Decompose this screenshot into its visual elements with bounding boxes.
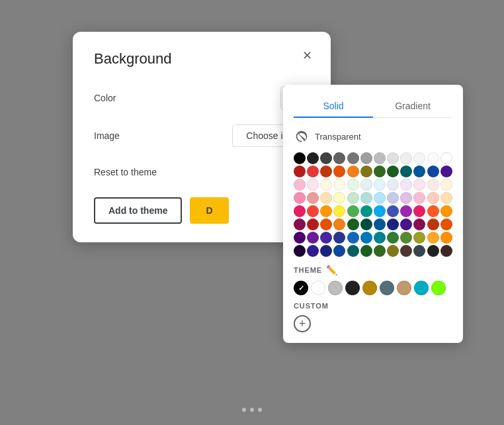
color-dot[interactable] [441, 179, 452, 191]
color-dot[interactable] [427, 205, 439, 217]
color-dot[interactable] [413, 192, 425, 204]
color-dot[interactable] [294, 192, 306, 204]
color-dot[interactable] [427, 192, 439, 204]
color-dot[interactable] [387, 245, 399, 257]
color-dot[interactable] [387, 165, 399, 177]
edit-icon[interactable]: ✏️ [326, 265, 338, 275]
color-dot[interactable] [400, 192, 412, 204]
color-dot[interactable] [427, 245, 439, 257]
color-dot[interactable] [400, 232, 412, 244]
color-dot[interactable] [387, 152, 399, 164]
color-dot[interactable] [400, 205, 412, 217]
color-dot[interactable] [320, 218, 332, 230]
color-dot[interactable] [400, 218, 412, 230]
color-dot[interactable] [294, 165, 306, 177]
color-dot[interactable] [320, 179, 332, 191]
color-dot[interactable] [320, 232, 332, 244]
color-dot[interactable] [333, 232, 345, 244]
color-dot[interactable] [413, 232, 425, 244]
color-dot[interactable] [427, 232, 439, 244]
color-dot[interactable] [347, 165, 359, 177]
color-dot[interactable] [387, 179, 399, 191]
color-dot[interactable] [360, 152, 372, 164]
color-dot[interactable] [307, 152, 319, 164]
color-dot[interactable] [374, 232, 386, 244]
color-dot[interactable] [360, 245, 372, 257]
theme-color-dot[interactable] [431, 281, 446, 295]
color-dot[interactable] [307, 205, 319, 217]
color-dot[interactable] [360, 192, 372, 204]
color-dot[interactable] [347, 152, 359, 164]
theme-color-dot[interactable] [294, 281, 308, 295]
color-dot[interactable] [441, 192, 452, 204]
color-dot[interactable] [320, 152, 332, 164]
close-button[interactable]: ✕ [296, 45, 317, 66]
color-dot[interactable] [320, 165, 332, 177]
color-dot[interactable] [307, 245, 319, 257]
color-dot[interactable] [400, 179, 412, 191]
color-dot[interactable] [347, 179, 359, 191]
color-dot[interactable] [347, 218, 359, 230]
color-dot[interactable] [294, 232, 306, 244]
color-dot[interactable] [320, 205, 332, 217]
color-dot[interactable] [441, 165, 452, 177]
color-dot[interactable] [333, 152, 345, 164]
color-dot[interactable] [360, 205, 372, 217]
theme-color-dot[interactable] [328, 281, 343, 295]
color-dot[interactable] [347, 232, 359, 244]
color-dot[interactable] [333, 179, 345, 191]
color-dot[interactable] [333, 218, 345, 230]
color-dot[interactable] [427, 218, 439, 230]
color-dot[interactable] [307, 165, 319, 177]
color-dot[interactable] [387, 205, 399, 217]
color-dot[interactable] [333, 165, 345, 177]
color-dot[interactable] [413, 205, 425, 217]
color-dot[interactable] [374, 179, 386, 191]
color-dot[interactable] [374, 205, 386, 217]
color-dot[interactable] [333, 205, 345, 217]
tab-gradient[interactable]: Gradient [373, 95, 452, 118]
color-dot[interactable] [441, 205, 452, 217]
color-dot[interactable] [294, 205, 306, 217]
color-dot[interactable] [427, 152, 439, 164]
color-dot[interactable] [413, 218, 425, 230]
color-dot[interactable] [387, 232, 399, 244]
color-dot[interactable] [294, 245, 306, 257]
tab-solid[interactable]: Solid [294, 95, 373, 118]
color-dot[interactable] [400, 245, 412, 257]
color-dot[interactable] [374, 218, 386, 230]
color-dot[interactable] [413, 152, 425, 164]
color-dot[interactable] [400, 152, 412, 164]
color-dot[interactable] [427, 179, 439, 191]
color-dot[interactable] [307, 218, 319, 230]
color-dot[interactable] [374, 192, 386, 204]
transparent-row[interactable]: Transparent [294, 127, 452, 146]
color-dot[interactable] [441, 218, 452, 230]
add-to-theme-button[interactable]: Add to theme [94, 197, 182, 224]
color-dot[interactable] [307, 192, 319, 204]
color-dot[interactable] [320, 192, 332, 204]
color-dot[interactable] [333, 192, 345, 204]
color-dot[interactable] [347, 245, 359, 257]
color-dot[interactable] [387, 192, 399, 204]
theme-color-dot[interactable] [380, 281, 394, 295]
color-dot[interactable] [387, 218, 399, 230]
color-dot[interactable] [307, 232, 319, 244]
color-dot[interactable] [307, 179, 319, 191]
color-dot[interactable] [294, 152, 306, 164]
color-dot[interactable] [374, 152, 386, 164]
color-dot[interactable] [347, 192, 359, 204]
color-dot[interactable] [441, 245, 452, 257]
color-dot[interactable] [413, 179, 425, 191]
theme-color-dot[interactable] [311, 281, 325, 295]
color-dot[interactable] [333, 245, 345, 257]
done-button[interactable]: D [190, 197, 228, 224]
color-dot[interactable] [360, 165, 372, 177]
color-dot[interactable] [360, 179, 372, 191]
color-dot[interactable] [320, 245, 332, 257]
theme-color-dot[interactable] [397, 281, 411, 295]
color-dot[interactable] [360, 232, 372, 244]
color-dot[interactable] [400, 165, 412, 177]
color-dot[interactable] [374, 165, 386, 177]
color-dot[interactable] [347, 205, 359, 217]
